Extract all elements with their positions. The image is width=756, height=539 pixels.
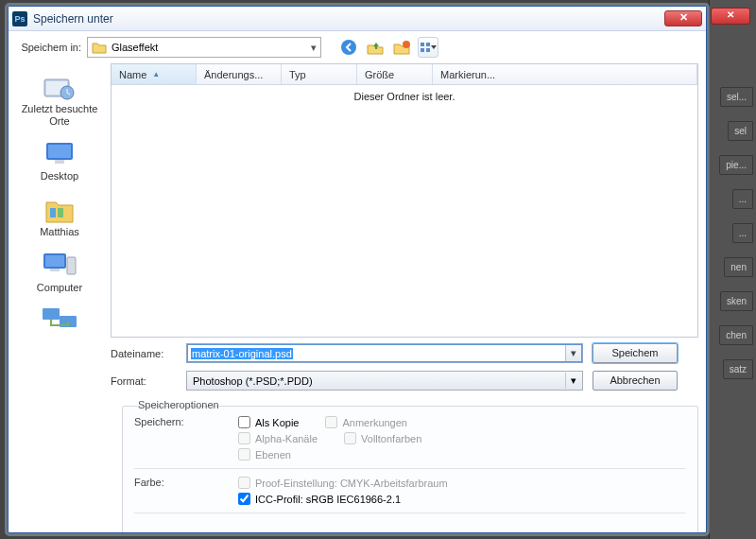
cancel-button[interactable]: Abbrechen <box>593 371 678 391</box>
bg-tab[interactable]: chen <box>719 325 753 345</box>
filename-history-dropdown[interactable]: ▾ <box>565 345 581 361</box>
empty-folder-text: Dieser Ordner ist leer. <box>112 85 697 337</box>
save-in-label: Speichem in: <box>16 42 87 53</box>
view-menu-button[interactable] <box>418 37 438 58</box>
svg-rect-17 <box>67 257 76 274</box>
bg-tab[interactable]: nen <box>724 257 753 277</box>
back-button[interactable] <box>338 37 359 58</box>
save-button[interactable]: Speichem <box>593 343 678 363</box>
user-folder-icon <box>41 192 78 226</box>
checkbox-proof: Proof-Einstellung: CMYK-Arbeitsfarbraum <box>238 477 448 489</box>
file-list-header: Name▲ Änderungs... Typ Größe Markierun..… <box>112 64 697 85</box>
checkbox-annotations: Anmerkungen <box>325 416 407 428</box>
sidebar-item-recent[interactable]: Zuletzt besuchte Orte <box>9 65 111 132</box>
filename-input[interactable]: matrix-01-original.psd ▾ <box>186 343 583 363</box>
sidebar-item-label: Computer <box>37 282 82 294</box>
svg-rect-2 <box>421 43 424 46</box>
bg-tab[interactable]: pie... <box>719 155 753 175</box>
up-one-level-button[interactable] <box>365 37 386 58</box>
filename-label: Dateiname: <box>111 348 186 359</box>
bg-tab[interactable]: sel <box>728 121 753 141</box>
column-size[interactable]: Größe <box>357 64 433 84</box>
checkbox-spot: Volltonfarben <box>344 432 421 444</box>
checkbox-icc-profile[interactable]: ICC-Profil: sRGB IEC61966-2.1 <box>238 493 448 505</box>
save-as-dialog: Ps Speichern unter ✕ Speichem in: Glasef… <box>8 6 707 533</box>
network-icon <box>41 303 78 337</box>
new-folder-button[interactable] <box>391 37 412 58</box>
svg-rect-3 <box>426 43 430 46</box>
file-list[interactable]: Name▲ Änderungs... Typ Größe Markierun..… <box>111 63 698 338</box>
bg-window-close-button[interactable]: ✕ <box>711 8 750 25</box>
divider <box>134 468 686 469</box>
close-button[interactable]: ✕ <box>664 10 702 26</box>
sort-asc-icon: ▲ <box>152 70 160 78</box>
checkbox-alpha: Alpha-Kanäle <box>238 432 318 444</box>
checkbox-layers: Ebenen <box>238 448 291 461</box>
bg-tab[interactable]: sel... <box>720 87 753 107</box>
bg-tab[interactable]: sken <box>720 291 753 311</box>
sidebar-item-label: Zuletzt besuchte Orte <box>17 103 102 127</box>
bg-tab[interactable]: satz <box>723 359 753 379</box>
svg-point-0 <box>341 40 356 55</box>
column-tags[interactable]: Markierun... <box>433 64 697 84</box>
sidebar-item-label: Desktop <box>41 170 78 183</box>
location-toolbar: Speichem in: Glaseffekt ▾ <box>9 31 706 63</box>
svg-rect-4 <box>421 48 424 52</box>
save-in-dropdown[interactable]: Glaseffekt ▾ <box>87 37 321 58</box>
bg-tab[interactable]: ... <box>732 189 753 209</box>
save-in-value: Glaseffekt <box>112 42 158 53</box>
places-sidebar: Zuletzt besuchte Orte Desktop Matthias C… <box>9 63 111 338</box>
svg-rect-18 <box>43 308 60 320</box>
column-name[interactable]: Name▲ <box>112 64 197 84</box>
bg-tab[interactable]: ... <box>732 223 753 243</box>
desktop-icon <box>41 136 78 170</box>
recent-places-icon <box>41 69 78 103</box>
sidebar-item-network[interactable] <box>9 299 111 342</box>
format-dropdown[interactable]: Photoshop (*.PSD;*.PDD) ▾ <box>186 371 583 391</box>
filename-value: matrix-01-original.psd <box>191 348 293 359</box>
dialog-titlebar[interactable]: Ps Speichern unter ✕ <box>9 7 706 31</box>
svg-rect-10 <box>48 145 71 158</box>
save-section-label: Speichern: <box>134 416 238 461</box>
sidebar-item-computer[interactable]: Computer <box>9 244 111 300</box>
divider <box>134 513 686 513</box>
svg-rect-11 <box>55 160 64 164</box>
sidebar-item-user[interactable]: Matthias <box>9 188 111 244</box>
svg-point-1 <box>403 41 410 48</box>
column-modified[interactable]: Änderungs... <box>197 64 282 84</box>
color-section-label: Farbe: <box>134 477 238 505</box>
sidebar-item-label: Matthias <box>40 226 79 238</box>
sidebar-item-desktop[interactable]: Desktop <box>9 132 111 188</box>
folder-icon <box>92 41 107 54</box>
options-title: Speicheroptionen <box>138 399 686 410</box>
column-type[interactable]: Typ <box>282 64 357 84</box>
svg-rect-16 <box>50 269 60 271</box>
svg-rect-5 <box>426 48 430 52</box>
save-options-group: Speicheroptionen Speichern: Als Kopie An… <box>122 406 698 533</box>
app-icon: Ps <box>12 11 27 26</box>
computer-icon <box>41 248 78 282</box>
format-value: Photoshop (*.PSD;*.PDD) <box>193 375 313 387</box>
format-label: Format: <box>111 375 186 387</box>
svg-rect-12 <box>50 208 56 217</box>
chevron-down-icon: ▾ <box>565 373 581 389</box>
svg-rect-15 <box>45 255 64 267</box>
svg-rect-13 <box>58 208 63 217</box>
checkbox-as-copy[interactable]: Als Kopie <box>238 416 299 428</box>
dialog-title: Speichern unter <box>33 12 664 26</box>
chevron-down-icon: ▾ <box>311 42 317 54</box>
